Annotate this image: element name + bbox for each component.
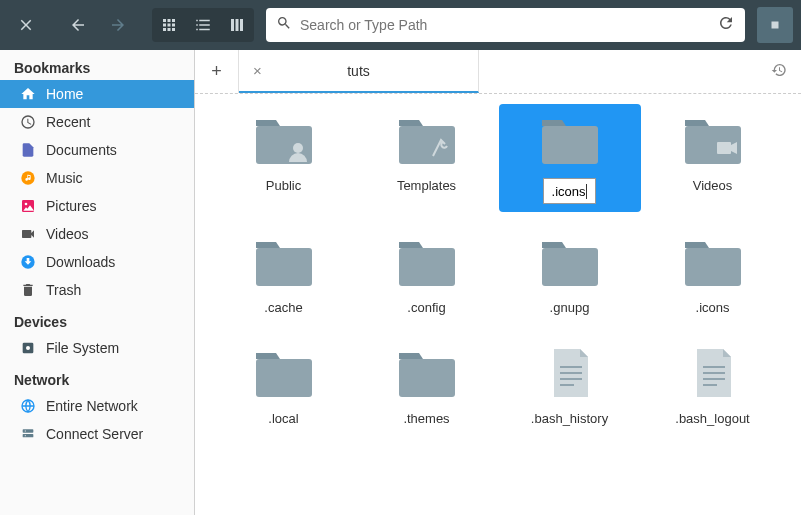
reload-button[interactable] bbox=[717, 14, 735, 36]
search-input[interactable] bbox=[300, 17, 709, 33]
sidebar-item-label: Connect Server bbox=[46, 426, 143, 442]
view-list-button[interactable] bbox=[186, 8, 220, 42]
file-item-themes[interactable]: .themes bbox=[362, 345, 492, 426]
folder-icon bbox=[252, 234, 316, 290]
folder-icon bbox=[538, 112, 602, 168]
menu-button[interactable] bbox=[757, 7, 793, 43]
tab-close-button[interactable]: × bbox=[253, 62, 262, 79]
svg-rect-21 bbox=[685, 248, 741, 286]
back-button[interactable] bbox=[60, 7, 96, 43]
file-label: .local bbox=[268, 411, 298, 426]
sidebar-item-videos[interactable]: Videos bbox=[0, 220, 194, 248]
sidebar-item-music[interactable]: Music bbox=[0, 164, 194, 192]
sidebar-item-label: Trash bbox=[46, 282, 81, 298]
folder-icon bbox=[395, 345, 459, 401]
downloads-icon bbox=[20, 254, 36, 270]
sidebar-item-pictures[interactable]: Pictures bbox=[0, 192, 194, 220]
music-icon bbox=[20, 170, 36, 186]
sidebar-item-network[interactable]: Entire Network bbox=[0, 392, 194, 420]
history-button[interactable] bbox=[771, 62, 787, 82]
folder-icon bbox=[681, 234, 745, 290]
sidebar: Bookmarks Home Recent Documents Music Pi… bbox=[0, 50, 195, 515]
sidebar-item-label: Videos bbox=[46, 226, 89, 242]
sidebar-item-label: Pictures bbox=[46, 198, 97, 214]
svg-rect-23 bbox=[399, 359, 455, 397]
sidebar-item-label: Documents bbox=[46, 142, 117, 158]
file-label: .cache bbox=[264, 300, 302, 315]
file-item-cache[interactable]: .cache bbox=[219, 234, 349, 315]
documents-icon bbox=[20, 142, 36, 158]
tab-label: tuts bbox=[347, 63, 370, 79]
sidebar-section-network: Network bbox=[0, 362, 194, 392]
content-area: + × tuts Public Templates bbox=[195, 50, 801, 515]
folder-icon bbox=[252, 112, 316, 168]
svg-rect-19 bbox=[399, 248, 455, 286]
search-icon bbox=[276, 15, 292, 35]
server-icon bbox=[20, 426, 36, 442]
svg-rect-17 bbox=[717, 142, 731, 154]
sidebar-item-filesystem[interactable]: File System bbox=[0, 334, 194, 362]
path-bar bbox=[266, 8, 745, 42]
file-item-bash-history[interactable]: .bash_history bbox=[505, 345, 635, 426]
plus-icon: + bbox=[211, 61, 222, 82]
sidebar-section-devices: Devices bbox=[0, 304, 194, 334]
file-item-templates[interactable]: Templates bbox=[362, 112, 492, 204]
file-label: .bash_logout bbox=[675, 411, 749, 426]
file-item-gnupg[interactable]: .gnupg bbox=[505, 234, 635, 315]
svg-point-10 bbox=[25, 430, 26, 431]
sidebar-item-label: Entire Network bbox=[46, 398, 138, 414]
sidebar-item-documents[interactable]: Documents bbox=[0, 136, 194, 164]
tab-spacer bbox=[479, 50, 801, 93]
svg-rect-20 bbox=[542, 248, 598, 286]
file-label: Public bbox=[266, 178, 301, 193]
folder-icon bbox=[395, 234, 459, 290]
view-columns-button[interactable] bbox=[220, 8, 254, 42]
new-tab-button[interactable]: + bbox=[195, 50, 239, 93]
document-icon bbox=[681, 345, 745, 401]
folder-icon bbox=[395, 112, 459, 168]
folder-icon bbox=[252, 345, 316, 401]
list-icon bbox=[194, 16, 212, 34]
trash-icon bbox=[20, 282, 36, 298]
sidebar-item-label: Music bbox=[46, 170, 83, 186]
main-area: Bookmarks Home Recent Documents Music Pi… bbox=[0, 50, 801, 515]
tab-tuts[interactable]: × tuts bbox=[239, 50, 479, 93]
file-label-editing[interactable]: .icons bbox=[552, 184, 588, 199]
file-grid: Public Templates .icons Videos .cache bbox=[195, 94, 801, 515]
view-icons-button[interactable] bbox=[152, 8, 186, 42]
svg-rect-22 bbox=[256, 359, 312, 397]
file-label: .bash_history bbox=[531, 411, 608, 426]
square-icon bbox=[768, 18, 782, 32]
sidebar-item-label: Home bbox=[46, 86, 83, 102]
sidebar-item-home[interactable]: Home bbox=[0, 80, 194, 108]
file-label: Videos bbox=[693, 178, 733, 193]
file-label: .config bbox=[407, 300, 445, 315]
forward-button[interactable] bbox=[100, 7, 136, 43]
arrow-left-icon bbox=[69, 16, 87, 34]
network-icon bbox=[20, 398, 36, 414]
sidebar-item-downloads[interactable]: Downloads bbox=[0, 248, 194, 276]
file-item-local[interactable]: .local bbox=[219, 345, 349, 426]
history-icon bbox=[771, 62, 787, 78]
file-label: .icons bbox=[696, 300, 730, 315]
grid-icon bbox=[160, 16, 178, 34]
file-item-icons[interactable]: .icons bbox=[648, 234, 778, 315]
file-item-icons-editing[interactable]: .icons bbox=[499, 104, 641, 212]
sidebar-item-connect-server[interactable]: Connect Server bbox=[0, 420, 194, 448]
file-item-bash-logout[interactable]: .bash_logout bbox=[648, 345, 778, 426]
file-label: Templates bbox=[397, 178, 456, 193]
file-item-videos[interactable]: Videos bbox=[648, 112, 778, 204]
sidebar-item-label: File System bbox=[46, 340, 119, 356]
sidebar-item-label: Downloads bbox=[46, 254, 115, 270]
close-button[interactable] bbox=[8, 7, 44, 43]
file-item-config[interactable]: .config bbox=[362, 234, 492, 315]
tab-bar: + × tuts bbox=[195, 50, 801, 94]
svg-point-13 bbox=[293, 143, 303, 153]
sidebar-item-trash[interactable]: Trash bbox=[0, 276, 194, 304]
sidebar-section-bookmarks: Bookmarks bbox=[0, 50, 194, 80]
folder-icon bbox=[538, 234, 602, 290]
file-item-public[interactable]: Public bbox=[219, 112, 349, 204]
view-mode-group bbox=[152, 8, 254, 42]
folder-icon bbox=[681, 112, 745, 168]
sidebar-item-recent[interactable]: Recent bbox=[0, 108, 194, 136]
